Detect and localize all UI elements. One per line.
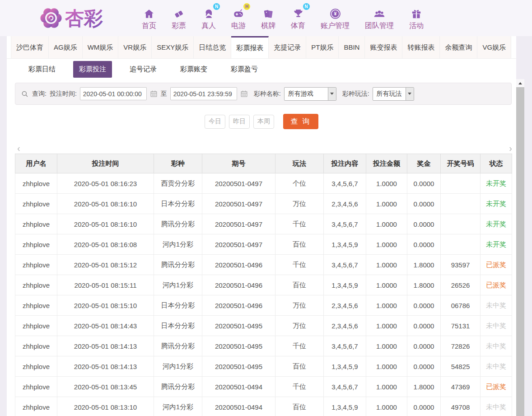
- subtab-彩票投注[interactable]: 彩票投注: [73, 61, 112, 78]
- trophy-icon: N: [292, 5, 304, 20]
- tab-WM娱乐[interactable]: WM娱乐: [83, 36, 119, 58]
- cell-draw-numbers: 54825: [441, 356, 481, 377]
- nav-item-真人[interactable]: N真人: [201, 5, 216, 31]
- calendar-icon[interactable]: [150, 90, 158, 98]
- badge-N: N: [213, 3, 220, 10]
- cell-play: 千位: [275, 255, 324, 275]
- cell-username: zhhplove: [15, 295, 57, 316]
- time-to-input[interactable]: [170, 87, 237, 100]
- chevron-up-icon: [518, 82, 522, 84]
- tab-日结总览[interactable]: 日结总览: [194, 36, 231, 58]
- column-header-期号: 期号: [202, 154, 275, 173]
- cell-username: zhhplove: [15, 255, 57, 275]
- table-row: zhhplove2020-05-01 08:14:13河内1分彩20200501…: [15, 356, 512, 377]
- scrollbar-thumb[interactable]: [516, 87, 524, 416]
- nav-item-活动[interactable]: 活动: [409, 5, 424, 31]
- search-label: 查询:: [32, 90, 47, 98]
- tab-AG娱乐[interactable]: AG娱乐: [49, 36, 83, 58]
- tab-彩票报表[interactable]: 彩票报表: [231, 36, 269, 58]
- tab-SEXY娱乐[interactable]: SEXY娱乐: [152, 36, 194, 58]
- tab-VR娱乐[interactable]: VR娱乐: [118, 36, 152, 58]
- tab-账变报表[interactable]: 账变报表: [365, 36, 402, 58]
- cell-play: 千位: [275, 336, 324, 356]
- status-badge: 未中奖: [481, 356, 512, 377]
- cell-prize: 0.0000: [407, 214, 441, 234]
- tab-转账报表[interactable]: 转账报表: [402, 36, 440, 58]
- table-row: zhhplove2020-05-01 08:16:23西贡分分彩20200501…: [15, 173, 512, 194]
- brand-logo[interactable]: 杏彩: [39, 6, 116, 30]
- search-button[interactable]: 查 询: [283, 114, 318, 129]
- tab-沙巴体育[interactable]: 沙巴体育: [11, 36, 49, 58]
- horizontal-scroll-arrows: [16, 145, 513, 153]
- calendar-icon[interactable]: [240, 90, 248, 98]
- play-select[interactable]: 所有玩法: [373, 87, 414, 101]
- cell-content: 1,3,4,5,9: [324, 234, 366, 255]
- cell-game: 日本分分彩: [154, 194, 202, 214]
- yesterday-button[interactable]: 昨日: [229, 115, 250, 129]
- nav-label: 真人: [201, 21, 216, 31]
- subtab-追号记录[interactable]: 追号记录: [124, 61, 163, 78]
- nav-item-彩票[interactable]: 彩票: [172, 5, 186, 31]
- tab-VG娱乐[interactable]: VG娱乐: [477, 36, 511, 58]
- game-select[interactable]: 所有游戏: [284, 87, 336, 101]
- today-button[interactable]: 今日: [205, 115, 225, 129]
- cell-prize: 0.0000: [407, 194, 441, 214]
- bets-table: 用户名投注时间彩种期号玩法投注内容投注金额奖金开奖号码状态 zhhplove20…: [15, 154, 512, 416]
- play-type-label: 彩种玩法:: [342, 90, 369, 98]
- cell-bet-time: 2020-05-01 08:14:13: [57, 336, 154, 356]
- nav-label: 活动: [409, 21, 424, 31]
- badge-N: N: [303, 3, 310, 10]
- nav-item-电游[interactable]: H电游: [231, 5, 246, 31]
- cell-game: 河内1分彩: [154, 275, 202, 295]
- tab-余额查询[interactable]: 余额查询: [440, 36, 477, 58]
- bet-time-label: 投注时间:: [50, 90, 77, 98]
- cell-play: 个位: [275, 173, 324, 194]
- status-badge: 未开奖: [481, 194, 512, 214]
- cell-username: zhhplove: [15, 377, 57, 397]
- cell-bet-time: 2020-05-01 08:13:45: [57, 377, 154, 397]
- tab-充提记录[interactable]: 充提记录: [269, 36, 306, 58]
- cell-draw-numbers: 93597: [441, 255, 481, 275]
- vertical-scrollbar[interactable]: [516, 79, 524, 416]
- flower-logo-icon: [39, 6, 63, 30]
- cell-bet-time: 2020-05-01 08:15:11: [57, 275, 154, 295]
- tab-BBIN[interactable]: BBIN: [339, 36, 365, 58]
- cell-username: zhhplove: [15, 214, 57, 234]
- column-header-投注金额: 投注金额: [366, 154, 407, 173]
- subtab-彩票账变[interactable]: 彩票账变: [174, 61, 213, 78]
- cards-icon: [262, 5, 274, 20]
- subtab-彩票日结[interactable]: 彩票日结: [23, 61, 61, 78]
- nav-item-体育[interactable]: N体育: [291, 5, 305, 31]
- cell-bet-time: 2020-05-01 08:16:08: [57, 234, 154, 255]
- table-row: zhhplove2020-05-01 08:15:10日本分分彩20200501…: [15, 295, 512, 316]
- table-row: zhhplove2020-05-01 08:16:10日本分分彩20200501…: [15, 194, 512, 214]
- cell-username: zhhplove: [15, 336, 57, 356]
- nav-item-首页[interactable]: 首页: [142, 5, 156, 31]
- cell-prize: 1.8000: [407, 275, 441, 295]
- top-header: 杏彩 首页彩票N真人H电游棋牌N体育¥账户管理团队管理活动: [0, 0, 532, 36]
- scroll-right-icon[interactable]: [507, 146, 513, 152]
- cell-issue: 20200501-0497: [202, 234, 275, 255]
- nav-item-账户管理[interactable]: ¥账户管理: [321, 5, 350, 31]
- column-header-彩种: 彩种: [154, 154, 202, 173]
- nav-item-团队管理[interactable]: 团队管理: [365, 5, 394, 31]
- table-row: zhhplove2020-05-01 08:15:12腾讯分分彩20200501…: [15, 255, 512, 275]
- scroll-left-icon[interactable]: [16, 146, 22, 152]
- tab-PT娱乐[interactable]: PT娱乐: [306, 36, 339, 58]
- cell-bet-time: 2020-05-01 08:14:43: [57, 316, 154, 336]
- cell-game: 河内1分彩: [154, 397, 202, 416]
- cell-draw-numbers: 75131: [441, 316, 481, 336]
- scrollbar-up-button[interactable]: [516, 79, 524, 87]
- badge-H: H: [243, 3, 250, 10]
- cell-bet-time: 2020-05-01 08:15:12: [57, 255, 154, 275]
- cell-bet-time: 2020-05-01 08:15:10: [57, 295, 154, 316]
- this-week-button[interactable]: 本周: [253, 115, 274, 129]
- cell-game: 河内1分彩: [154, 356, 202, 377]
- cell-username: zhhplove: [15, 234, 57, 255]
- subtab-彩票盈亏[interactable]: 彩票盈亏: [225, 61, 264, 78]
- game-name-label: 彩种名称:: [254, 90, 281, 98]
- status-badge: 未中奖: [481, 316, 512, 336]
- cell-prize: 0.0000: [407, 336, 441, 356]
- nav-item-棋牌[interactable]: 棋牌: [261, 5, 275, 31]
- time-from-input[interactable]: [80, 87, 147, 100]
